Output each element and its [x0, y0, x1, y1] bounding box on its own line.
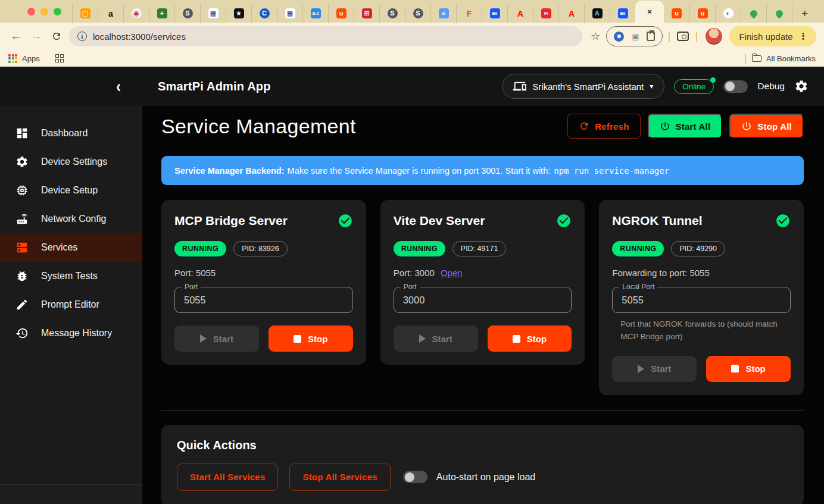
password-extension-icon[interactable]: [614, 32, 624, 42]
start-all-button[interactable]: Start All: [648, 114, 723, 139]
start-button[interactable]: Start: [174, 325, 259, 352]
stop-button[interactable]: Stop: [706, 356, 791, 382]
tab-dots-grid[interactable]: ▦: [200, 4, 226, 23]
tab-google-maps[interactable]: [741, 4, 766, 23]
tab-behance[interactable]: Bē: [482, 4, 507, 23]
tab-google-maps-2[interactable]: [766, 4, 792, 23]
tab-blue-swirl[interactable]: ◐: [715, 4, 741, 23]
tab-red-logo-favicon: ◉: [132, 8, 142, 18]
sidebar-item-system-tests[interactable]: System Tests: [0, 262, 142, 290]
new-tab-button[interactable]: +: [792, 4, 817, 23]
finish-update-button[interactable]: Finish update ⋮: [729, 26, 816, 46]
tab-amazon[interactable]: a: [98, 4, 123, 23]
sidebar-item-device-settings[interactable]: Device Settings: [0, 148, 142, 176]
sidebar-item-services[interactable]: Services: [0, 233, 142, 262]
tab-red-cart[interactable]: ⊞: [354, 4, 379, 23]
tab-grey-s-favicon: S: [183, 8, 193, 18]
tab-fi-red[interactable]: Fi: [533, 4, 558, 23]
tab-aliexpress-3[interactable]: u: [689, 4, 715, 23]
tab-green-cross[interactable]: +: [149, 4, 174, 23]
refresh-button[interactable]: Refresh: [567, 114, 640, 139]
tab-docs[interactable]: ≡: [430, 4, 456, 23]
tab-red-logo[interactable]: ◉: [123, 4, 149, 23]
port-input[interactable]: [613, 287, 790, 312]
clipboard-extension-icon[interactable]: [647, 32, 655, 41]
sidebar-item-message-history[interactable]: Message History: [0, 319, 142, 348]
page-title: Service Management: [161, 115, 356, 138]
play-icon: [638, 365, 644, 373]
tab-aliexpress-2[interactable]: u: [664, 4, 689, 23]
reload-icon[interactable]: [46, 26, 67, 46]
tab-figma-favicon: F: [464, 8, 475, 18]
grid-bookmark-icon[interactable]: [55, 54, 64, 62]
status-badge: RUNNING: [174, 241, 226, 256]
chevron-down-icon: ▾: [650, 82, 653, 90]
stop-all-services-button[interactable]: Stop All Services: [289, 464, 390, 491]
tab-search-icon[interactable]: [677, 32, 689, 41]
dns-icon: [15, 241, 29, 254]
stop-button[interactable]: Stop: [488, 325, 572, 352]
tab-adobe-2[interactable]: A: [558, 4, 584, 23]
tab-blue-swirl-favicon: ◐: [723, 8, 734, 18]
service-title: NGROK Tunnel: [612, 214, 702, 228]
bookmarks-bar: Apps All Bookmarks: [0, 50, 824, 67]
start-all-services-button[interactable]: Start All Services: [177, 464, 278, 491]
profile-avatar[interactable]: [706, 28, 722, 45]
tab-figma[interactable]: F: [456, 4, 482, 23]
online-status-badge: Online: [674, 79, 714, 94]
open-link[interactable]: Open: [441, 268, 463, 278]
tab-grey-s-2[interactable]: S: [379, 4, 405, 23]
grey-extension-icon[interactable]: ▣: [632, 33, 639, 40]
tab-behance-2[interactable]: Bē: [610, 4, 635, 23]
port-line: Port: 3000: [394, 268, 435, 278]
tab-dots-grid-2[interactable]: ▦: [277, 4, 302, 23]
start-label: Start: [651, 364, 671, 374]
tab-grey-s-3[interactable]: S: [405, 4, 430, 23]
sidebar-collapse-icon[interactable]: ‹: [116, 77, 121, 95]
device-selector-dropdown[interactable]: Srikanth's SmartPi Assistant ▾: [502, 74, 664, 99]
tab-behance-2-favicon: Bē: [618, 8, 628, 18]
address-bar[interactable]: i localhost:3000/services: [69, 26, 582, 46]
stop-all-button[interactable]: Stop All: [729, 114, 804, 139]
sidebar-item-network-config[interactable]: Network Config: [0, 205, 142, 233]
tab-blue-c[interactable]: C: [251, 4, 277, 23]
chip-icon: [15, 184, 29, 197]
minimize-window-button[interactable]: [40, 8, 48, 15]
start-button[interactable]: Start: [612, 356, 697, 382]
banner-code: npm run service-manager: [554, 166, 669, 176]
sidebar-item-prompt-editor[interactable]: Prompt Editor: [0, 290, 142, 319]
apps-bookmark[interactable]: Apps: [22, 54, 40, 63]
stop-icon: [294, 335, 301, 343]
zoom-window-button[interactable]: [54, 8, 61, 15]
tab-orange-app[interactable]: ▢: [72, 4, 98, 23]
tab-star-black[interactable]: ★: [226, 4, 251, 23]
all-bookmarks-button[interactable]: All Bookmarks: [766, 54, 816, 63]
autostart-toggle[interactable]: [403, 471, 427, 483]
close-window-button[interactable]: [27, 8, 35, 15]
site-info-icon[interactable]: i: [77, 32, 87, 41]
stop-button[interactable]: Stop: [269, 325, 353, 352]
sidebar-item-dashboard[interactable]: Dashboard: [0, 119, 142, 148]
port-field-wrapper: Port: [174, 287, 353, 313]
router-icon: [15, 212, 29, 226]
tab-grey-s[interactable]: S: [174, 4, 200, 23]
gear-icon: [15, 155, 29, 168]
tab-jlcpcb[interactable]: JLC: [302, 4, 328, 23]
browser-menu-icon[interactable]: ⋮: [799, 31, 809, 42]
forward-icon[interactable]: →: [26, 26, 46, 46]
tab-active-smartpi[interactable]: ×: [635, 1, 664, 23]
debug-toggle[interactable]: [723, 80, 748, 93]
back-icon[interactable]: ←: [6, 26, 26, 46]
sidebar-item-device-setup[interactable]: Device Setup: [0, 176, 142, 205]
bookmark-star-icon[interactable]: ☆: [591, 30, 600, 43]
sidebar-label: System Tests: [41, 271, 98, 281]
port-input[interactable]: [175, 287, 352, 312]
folder-icon: [752, 55, 761, 62]
tab-aliexpress[interactable]: u: [328, 4, 354, 23]
tab-orange-app-favicon: ▢: [80, 8, 90, 18]
port-input[interactable]: [394, 287, 572, 312]
tab-black-a[interactable]: A: [584, 4, 610, 23]
settings-gear-icon[interactable]: [794, 79, 809, 93]
tab-adobe[interactable]: A: [507, 4, 533, 23]
start-button[interactable]: Start: [394, 325, 478, 352]
